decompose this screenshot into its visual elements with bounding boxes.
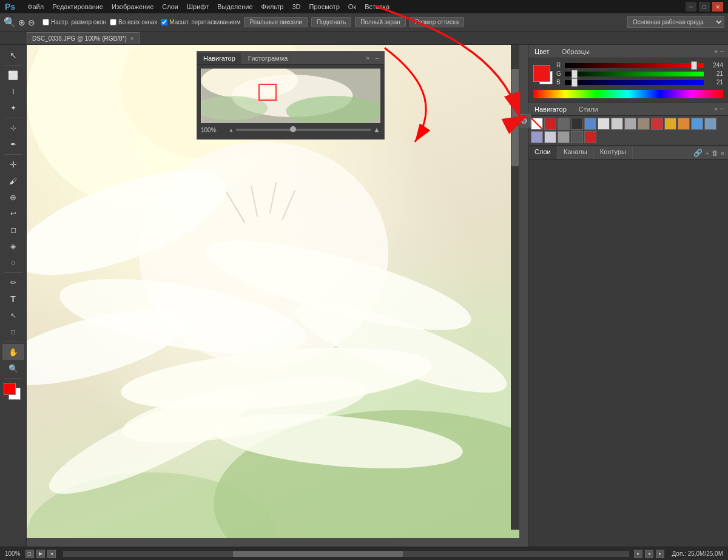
tool-lasso[interactable]: ⌇ [2, 84, 24, 100]
tool-gradient[interactable]: ◈ [2, 238, 24, 254]
tab-close-button[interactable]: × [130, 35, 134, 42]
nav-tab-histogram[interactable]: Гистограмма [242, 53, 295, 64]
red-slider[interactable] [565, 63, 704, 68]
horizontal-scrollbar-thumb[interactable] [233, 551, 403, 557]
maximize-button[interactable]: □ [699, 2, 710, 12]
panel-options-gear[interactable]: ⚙ [517, 114, 531, 127]
style-gray1[interactable] [558, 118, 570, 130]
menu-font[interactable]: Шрифт [183, 2, 212, 12]
style-dark[interactable] [571, 118, 583, 130]
style-light2[interactable] [611, 118, 623, 130]
style-none-btn[interactable] [531, 118, 543, 130]
fit-window-checkbox[interactable]: Настр. размер окон [42, 19, 106, 25]
tool-crop[interactable]: ⊹ [2, 120, 24, 136]
tool-dodge[interactable]: ○ [2, 255, 24, 271]
status-arrow-icon[interactable]: ▶ [36, 550, 45, 558]
style-light1[interactable] [598, 118, 610, 130]
menu-3d[interactable]: 3D [288, 2, 304, 12]
all-windows-checkbox[interactable]: Во всех окнах [110, 19, 157, 25]
status-zoom-in-corner[interactable]: ▸ [656, 550, 664, 558]
style-gold[interactable] [664, 118, 676, 130]
menu-insert[interactable]: Вставка [361, 2, 393, 12]
menu-image[interactable]: Изображение [108, 2, 157, 12]
zoom-in-icon[interactable]: ⊕ [18, 18, 25, 27]
zoom-out-icon[interactable]: ▲ [229, 127, 234, 133]
menu-select[interactable]: Выделение [214, 2, 256, 12]
navigator-view-box[interactable] [258, 84, 277, 101]
layers-tab-channels[interactable]: Каналы [558, 146, 594, 159]
layers-tab-paths[interactable]: Контуры [594, 146, 633, 159]
style-blue[interactable] [584, 118, 596, 130]
tool-hand[interactable]: ✋ [2, 344, 24, 360]
tool-history-brush[interactable]: ↩ [2, 206, 24, 221]
green-slider[interactable] [565, 72, 704, 76]
style-periwinkle[interactable] [531, 131, 543, 143]
status-new-icon[interactable]: ◻ [25, 550, 34, 558]
nav-slider-thumb[interactable] [290, 126, 296, 132]
color-panel-collapse[interactable]: ─ [720, 48, 724, 55]
blue-slider[interactable] [565, 80, 704, 85]
style-blue2[interactable] [691, 118, 703, 130]
tool-shape[interactable]: □ [2, 324, 24, 340]
tool-eyedropper[interactable]: ✒ [2, 137, 24, 152]
nav-styles-tab-nav[interactable]: Навигатор [528, 104, 573, 115]
color-panel-expand[interactable]: » [714, 48, 718, 55]
nav-styles-collapse[interactable]: ─ [720, 106, 724, 112]
status-scroll-left[interactable]: ◂ [47, 550, 56, 558]
tool-magic-wand[interactable]: ✦ [2, 100, 24, 116]
layers-expand-icon[interactable]: » [721, 149, 724, 157]
navigator-zoom-slider[interactable] [236, 129, 371, 131]
document-tab[interactable]: DSC_0338.JPG @ 100% (RGB/8*) × [27, 32, 140, 44]
close-button[interactable]: ✕ [712, 2, 723, 12]
nav-tab-navigator[interactable]: Навигатор [197, 53, 242, 64]
tool-clone[interactable]: ⊕ [2, 189, 24, 205]
workspace-select[interactable]: Основная рабочая среда [627, 16, 724, 28]
tool-zoom[interactable]: 🔍 [2, 360, 24, 376]
foreground-color[interactable] [4, 383, 16, 395]
style-med[interactable] [624, 118, 636, 130]
menu-file[interactable]: Файл [24, 2, 47, 12]
style-gray3[interactable] [558, 131, 570, 143]
tool-pen[interactable]: ✏ [2, 275, 24, 291]
foreground-swatch[interactable] [533, 65, 550, 82]
canvas-area[interactable]: Навигатор Гистограмма » ─ [27, 45, 528, 547]
layers-tab-layers[interactable]: Слои [528, 146, 558, 159]
menu-filter[interactable]: Фильтр [258, 2, 288, 12]
scale-drag-checkbox[interactable]: Масшт. перетаскиванием [161, 19, 240, 25]
layers-link-icon[interactable]: 🔗 [693, 149, 703, 157]
status-scroll-right[interactable]: ▸ [634, 550, 642, 558]
layers-add-icon[interactable]: + [705, 149, 709, 157]
style-red3[interactable] [584, 131, 596, 143]
layers-delete-icon[interactable]: 🗑 [712, 149, 718, 157]
style-brown[interactable] [638, 118, 650, 130]
color-tab-swatches[interactable]: Образцы [556, 46, 596, 57]
zoom-out-icon[interactable]: ⊖ [28, 18, 35, 27]
tool-brush[interactable]: 🖌 [2, 173, 24, 189]
horizontal-scrollbar[interactable] [63, 551, 630, 557]
zoom-in-icon[interactable]: ▲ [373, 126, 380, 134]
tool-eraser[interactable]: ◻ [2, 222, 24, 238]
red-slider-thumb[interactable] [691, 61, 697, 70]
tool-heal[interactable]: ✛ [2, 157, 24, 172]
tool-path-select[interactable]: ↖ [2, 308, 24, 323]
blue-slider-thumb[interactable] [571, 78, 578, 87]
style-blue-gray[interactable] [704, 118, 716, 130]
menu-edit[interactable]: Редактирование [49, 2, 107, 12]
minimize-button[interactable]: ─ [686, 2, 696, 12]
style-red[interactable] [544, 118, 556, 130]
menu-view[interactable]: Просмотр [306, 2, 343, 12]
menu-layers[interactable]: Слои [158, 2, 182, 12]
tool-text[interactable]: T [2, 291, 24, 307]
status-zoom-out-corner[interactable]: ◂ [645, 550, 653, 558]
style-orange[interactable] [678, 118, 690, 130]
green-slider-thumb[interactable] [571, 70, 578, 78]
color-spectrum[interactable] [533, 90, 723, 98]
style-red2[interactable] [651, 118, 663, 130]
panel-expand-icon[interactable]: » [363, 54, 372, 62]
full-screen-button[interactable]: Полный экран [355, 17, 406, 27]
real-pixels-button[interactable]: Реальные пиксели [244, 17, 308, 27]
color-tab-color[interactable]: Цвет [528, 46, 556, 57]
fit-button[interactable]: Подогнать [311, 17, 351, 27]
tool-select-rect[interactable]: ⬜ [2, 67, 24, 83]
style-dark2[interactable] [571, 131, 583, 143]
